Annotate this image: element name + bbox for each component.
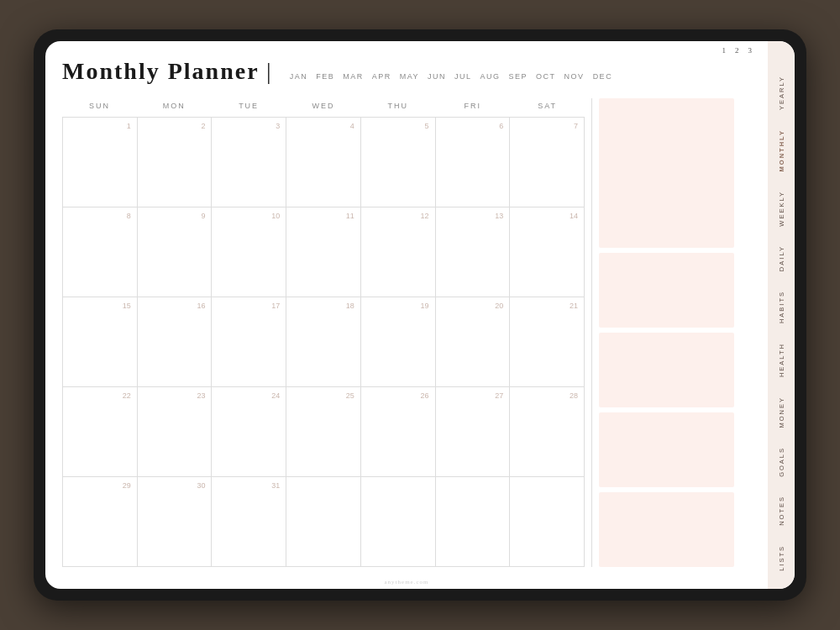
cal-cell-1-1[interactable]: 9 [138, 207, 213, 297]
sidebar-item-health[interactable]: HEALTH [778, 338, 785, 382]
month-aug[interactable]: AUG [480, 72, 501, 81]
date-number-2: 2 [201, 122, 205, 130]
sidebar-item-lists[interactable]: LISTS [778, 540, 785, 576]
date-number-5: 5 [425, 122, 429, 130]
calendar-wrapper: SUN MON TUE WED THU FRI SAT 123456789101… [62, 98, 734, 567]
cal-cell-2-2[interactable]: 17 [212, 297, 286, 387]
cal-cell-0-6[interactable]: 7 [510, 118, 585, 207]
date-number-4: 4 [350, 122, 354, 130]
date-number-21: 21 [570, 302, 578, 310]
month-nav: JAN FEB MAR APR MAY JUN JUL AUG SEP OCT … [290, 72, 612, 81]
cal-cell-4-4[interactable] [361, 477, 436, 567]
day-mon: MON [137, 98, 212, 113]
cal-cell-3-3[interactable]: 25 [286, 387, 361, 477]
date-number-16: 16 [197, 302, 205, 310]
main-content: Monthly Planner | JAN FEB MAR APR MAY JU… [45, 41, 768, 575]
note-block-3[interactable] [599, 333, 734, 407]
date-number-19: 19 [421, 302, 429, 310]
month-dec[interactable]: DEC [593, 72, 613, 81]
day-tue: TUE [212, 98, 286, 113]
note-block-5[interactable] [599, 492, 734, 567]
sidebar-item-notes[interactable]: NOTES [778, 491, 785, 531]
page-num-2[interactable]: 2 [735, 46, 740, 55]
device-screen: 1 2 3 YEARLY MONTHLY WEEKLY DAILY HABITS… [45, 41, 795, 589]
cal-cell-4-6[interactable] [510, 477, 585, 567]
sidebar-item-goals[interactable]: GOALS [778, 442, 785, 482]
cal-cell-4-0[interactable]: 29 [63, 477, 138, 567]
month-feb[interactable]: FEB [316, 72, 334, 81]
cal-cell-3-1[interactable]: 23 [138, 387, 213, 477]
date-number-30: 30 [197, 481, 205, 490]
month-nov[interactable]: NOV [564, 72, 585, 81]
cal-cell-3-4[interactable]: 26 [361, 387, 436, 477]
cal-cell-2-6[interactable]: 21 [510, 297, 585, 387]
sidebar-item-daily[interactable]: DAILY [778, 240, 785, 276]
cal-cell-2-3[interactable]: 18 [286, 297, 361, 387]
date-number-23: 23 [197, 391, 205, 400]
cal-cell-2-4[interactable]: 19 [361, 297, 436, 387]
cal-cell-4-3[interactable] [286, 477, 361, 567]
sidebar-item-yearly[interactable]: YEARLY [778, 71, 785, 115]
cal-cell-4-5[interactable] [436, 477, 511, 567]
month-oct[interactable]: OCT [536, 72, 556, 81]
device-frame: 1 2 3 YEARLY MONTHLY WEEKLY DAILY HABITS… [34, 29, 806, 601]
date-number-11: 11 [346, 212, 354, 220]
date-number-31: 31 [271, 481, 280, 490]
cal-cell-1-0[interactable]: 8 [63, 207, 138, 297]
date-number-25: 25 [346, 391, 354, 400]
cal-cell-0-2[interactable]: 3 [212, 118, 286, 207]
footer-text: anytheme.com [384, 579, 428, 585]
cal-cell-3-0[interactable]: 22 [63, 387, 138, 477]
title-divider: | [266, 58, 273, 84]
right-sidebar: YEARLY MONTHLY WEEKLY DAILY HABITS HEALT… [768, 41, 795, 589]
day-wed: WED [286, 98, 361, 113]
calendar-main: SUN MON TUE WED THU FRI SAT 123456789101… [62, 98, 585, 567]
month-apr[interactable]: APR [372, 72, 391, 81]
note-block-2[interactable] [599, 253, 734, 328]
date-number-28: 28 [570, 391, 578, 400]
month-jul[interactable]: JUL [454, 72, 472, 81]
cal-cell-3-6[interactable]: 28 [510, 387, 585, 477]
cal-cell-2-0[interactable]: 15 [63, 297, 138, 387]
date-number-9: 9 [201, 212, 205, 220]
cal-cell-1-6[interactable]: 14 [510, 207, 585, 297]
title-text: Monthly Planner [62, 58, 259, 84]
calendar-grid: 1234567891011121314151617181920212223242… [62, 117, 585, 567]
date-number-6: 6 [499, 122, 503, 130]
page-num-3[interactable]: 3 [748, 46, 753, 55]
note-block-4[interactable] [599, 412, 734, 487]
cal-cell-0-5[interactable]: 6 [436, 118, 511, 207]
page-num-1[interactable]: 1 [722, 46, 727, 55]
sidebar-item-monthly[interactable]: MONTHLY [778, 124, 785, 176]
date-number-27: 27 [495, 391, 503, 400]
month-jun[interactable]: JUN [428, 72, 446, 81]
cal-cell-0-0[interactable]: 1 [63, 118, 138, 207]
date-number-29: 29 [123, 481, 131, 490]
cal-cell-1-4[interactable]: 12 [361, 207, 436, 297]
note-block-1[interactable] [599, 98, 734, 248]
cal-cell-2-5[interactable]: 20 [436, 297, 511, 387]
cal-cell-1-3[interactable]: 11 [286, 207, 361, 297]
sidebar-item-habits[interactable]: HABITS [778, 286, 785, 328]
month-jan[interactable]: JAN [290, 72, 308, 81]
date-number-12: 12 [421, 212, 429, 220]
month-may[interactable]: MAY [400, 72, 419, 81]
cal-cell-1-5[interactable]: 13 [436, 207, 511, 297]
cal-cell-3-2[interactable]: 24 [212, 387, 286, 477]
date-number-26: 26 [421, 391, 429, 400]
cal-cell-0-1[interactable]: 2 [138, 118, 213, 207]
day-headers: SUN MON TUE WED THU FRI SAT [62, 98, 585, 113]
date-number-1: 1 [127, 122, 131, 130]
header: Monthly Planner | JAN FEB MAR APR MAY JU… [62, 58, 734, 85]
month-mar[interactable]: MAR [343, 72, 364, 81]
cal-cell-3-5[interactable]: 27 [436, 387, 511, 477]
month-sep[interactable]: SEP [509, 72, 528, 81]
sidebar-item-weekly[interactable]: WEEKLY [778, 186, 785, 232]
cal-cell-0-3[interactable]: 4 [286, 118, 361, 207]
cal-cell-4-2[interactable]: 31 [212, 477, 286, 567]
cal-cell-4-1[interactable]: 30 [138, 477, 213, 567]
sidebar-item-money[interactable]: MONEY [778, 391, 785, 433]
cal-cell-0-4[interactable]: 5 [361, 118, 436, 207]
cal-cell-2-1[interactable]: 16 [138, 297, 213, 387]
cal-cell-1-2[interactable]: 10 [212, 207, 286, 297]
